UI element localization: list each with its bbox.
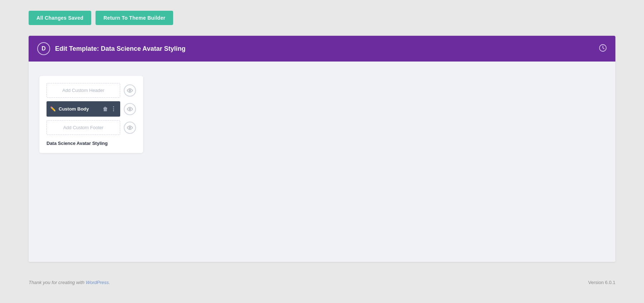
history-icon[interactable] xyxy=(599,44,607,54)
footer-version: Version 6.0.1 xyxy=(588,280,615,285)
pencil-icon: ✏️ xyxy=(50,106,56,112)
add-header-row: Add Custom Header xyxy=(47,83,136,98)
svg-point-2 xyxy=(129,108,131,109)
return-to-theme-builder-button[interactable]: Return To Theme Builder xyxy=(96,11,173,25)
top-bar: All Changes Saved Return To Theme Builde… xyxy=(0,0,644,36)
footer-text: Thank you for creating with WordPress. xyxy=(29,280,110,285)
custom-body-label: Custom Body xyxy=(59,106,89,112)
body-visibility-toggle[interactable] xyxy=(124,103,136,115)
custom-body-row: ✏️ Custom Body 🗑 ⋮ xyxy=(47,101,136,117)
wordpress-link[interactable]: WordPress xyxy=(86,280,109,285)
main-container: D Edit Template: Data Science Avatar Sty… xyxy=(29,36,615,262)
add-custom-header-button[interactable]: Add Custom Header xyxy=(47,83,120,98)
template-card-label: Data Science Avatar Styling xyxy=(47,141,136,146)
svg-point-3 xyxy=(129,127,131,128)
add-footer-row: Add Custom Footer xyxy=(47,120,136,135)
eye-icon xyxy=(127,126,133,130)
template-card: Add Custom Header ✏️ Custom Body 🗑 ⋮ xyxy=(39,76,143,153)
custom-body-button[interactable]: ✏️ Custom Body 🗑 ⋮ xyxy=(47,101,120,117)
template-header: D Edit Template: Data Science Avatar Sty… xyxy=(29,36,615,62)
eye-icon xyxy=(127,107,133,111)
header-visibility-toggle[interactable] xyxy=(124,84,136,97)
eye-icon xyxy=(127,88,133,93)
add-custom-footer-button[interactable]: Add Custom Footer xyxy=(47,120,120,135)
more-options-icon[interactable]: ⋮ xyxy=(111,106,117,112)
template-icon-letter: D xyxy=(42,45,46,52)
page-footer: Thank you for creating with WordPress. V… xyxy=(0,273,644,292)
all-changes-saved-button[interactable]: All Changes Saved xyxy=(29,11,91,25)
template-header-left: D Edit Template: Data Science Avatar Sty… xyxy=(37,42,185,55)
footer-visibility-toggle[interactable] xyxy=(124,122,136,134)
clock-icon xyxy=(599,44,607,52)
template-title: Edit Template: Data Science Avatar Styli… xyxy=(55,45,185,53)
template-icon: D xyxy=(37,42,50,55)
template-body: Add Custom Header ✏️ Custom Body 🗑 ⋮ xyxy=(29,62,615,262)
trash-icon[interactable]: 🗑 xyxy=(103,106,108,112)
footer-thank-you: Thank you for creating with xyxy=(29,280,86,285)
footer-period: . xyxy=(109,280,110,285)
custom-body-actions: 🗑 ⋮ xyxy=(103,106,117,112)
svg-point-1 xyxy=(129,89,131,91)
